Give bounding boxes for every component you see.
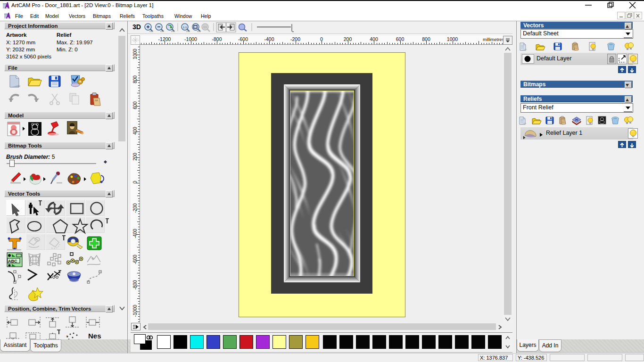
svg-text:Nes: Nes	[88, 332, 101, 340]
svg-text:ABC: ABC	[8, 259, 17, 263]
svg-text:1:1: 1:1	[183, 26, 187, 29]
svg-text:NA: NA	[95, 99, 99, 102]
svg-text:a: a	[66, 334, 68, 338]
